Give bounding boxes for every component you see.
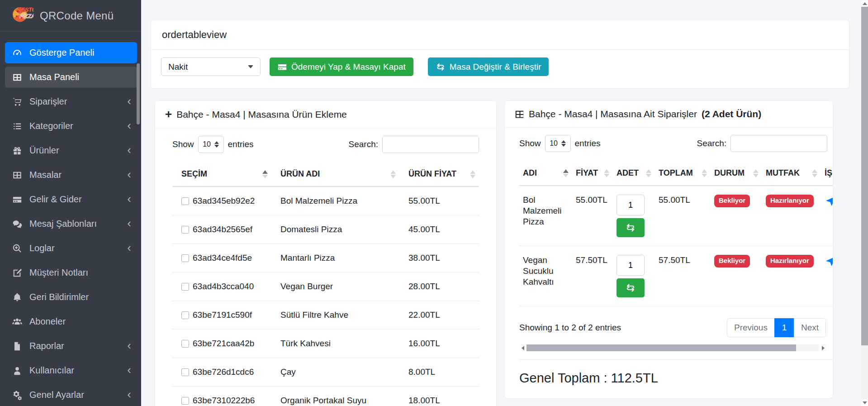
column-header-mutfak[interactable]: MUTFAK <box>762 161 821 186</box>
product-price: 18.00TL <box>399 387 479 406</box>
order-name: Vegan Sucuklu Kahvaltı <box>519 246 572 306</box>
sidebar-item-label: Kategoriler <box>29 121 73 131</box>
column-header-urun-fiyat[interactable]: ÜRÜN FİYAT <box>399 162 479 186</box>
column-header-toplam[interactable]: TOPLAM <box>655 161 711 186</box>
sidebar-item-kategoriler[interactable]: Kategoriler ‹ <box>5 115 137 137</box>
product-checkbox[interactable] <box>181 340 189 348</box>
column-header-urun-adi[interactable]: ÜRÜN ADI <box>271 162 399 186</box>
quantity-input[interactable] <box>617 255 645 276</box>
send-action-icon[interactable] <box>825 255 833 267</box>
product-checkbox[interactable] <box>181 397 189 405</box>
change-merge-table-button[interactable]: Masa Değiştir & Birleştir <box>428 57 549 76</box>
scroll-right-arrow-icon[interactable] <box>819 344 826 351</box>
sidebar-item-siparisler[interactable]: Siparişler ‹ <box>5 91 137 112</box>
scroll-down-arrow-icon[interactable] <box>861 399 868 406</box>
column-header-fiyat[interactable]: FİYAT <box>572 161 613 186</box>
left-search-input[interactable] <box>382 136 479 153</box>
sidebar-item-raporlar[interactable]: Raporlar ‹ <box>5 335 137 357</box>
gauge-icon <box>11 48 23 58</box>
sidebar-item-label: Geri Bildirimler <box>29 292 89 302</box>
update-quantity-button[interactable] <box>617 278 645 297</box>
product-checkbox[interactable] <box>181 368 189 376</box>
sidebar-item-masalar[interactable]: Masalar ‹ <box>5 164 137 186</box>
vertical-scrollbar[interactable] <box>861 0 868 406</box>
table-icon <box>11 72 23 82</box>
sort-icon <box>646 169 651 177</box>
sidebar-item-geri-bildirimler[interactable]: Geri Bildirimler <box>5 287 137 308</box>
quantity-input[interactable] <box>617 195 645 215</box>
column-header-adi[interactable]: ADI <box>519 161 572 186</box>
bell-icon <box>11 292 23 302</box>
pizza-logo: TESTO PIZZA <box>11 4 33 27</box>
column-header-secim[interactable]: SEÇİM <box>172 162 271 186</box>
column-header-adet[interactable]: ADET <box>613 161 655 186</box>
sidebar-item-label: Gösterge Paneli <box>29 48 94 58</box>
order-total: 57.50TL <box>655 246 711 306</box>
search-label: Search: <box>697 139 726 148</box>
scroll-left-arrow-icon[interactable] <box>519 344 526 351</box>
payment-method-select[interactable]: Nakit <box>161 57 261 76</box>
pay-close-table-button[interactable]: Ödemeyi Yap & Masayı Kapat <box>270 57 413 76</box>
sidebar-item-aboneler[interactable]: Aboneler <box>5 311 137 332</box>
sidebar-item-mesaj-sablonlari[interactable]: Mesaj Şablonları ‹ <box>5 213 137 234</box>
update-quantity-button[interactable] <box>617 218 645 237</box>
change-merge-table-label: Masa Değiştir & Birleştir <box>450 62 541 72</box>
gears-icon <box>11 390 23 400</box>
product-checkbox[interactable] <box>181 197 189 205</box>
sidebar-item-loglar[interactable]: Loglar ‹ <box>5 238 137 259</box>
sidebar-item-label: Siparişler <box>29 96 67 107</box>
table-icon <box>515 110 524 119</box>
products-table-header-row: SEÇİM ÜRÜN ADI ÜRÜN FİYAT <box>172 162 479 186</box>
pagination: Previous 1 Next <box>727 318 826 337</box>
scroll-up-arrow-icon[interactable] <box>861 0 868 7</box>
status-badge: Bekliyor <box>714 255 750 267</box>
sidebar-item-urunler[interactable]: Ürünler ‹ <box>5 140 137 161</box>
product-price: 38.00TL <box>399 244 479 272</box>
column-header-is[interactable]: İŞ <box>821 161 833 186</box>
chevron-down-icon <box>248 65 253 68</box>
product-id: 63be726d1cdc6 <box>193 367 254 377</box>
product-price: 55.00TL <box>399 186 479 215</box>
orders-table-clip: ADI FİYAT ADET TOPLAM DURUM MUTFAK İŞ <box>519 161 833 306</box>
product-checkbox[interactable] <box>181 311 189 319</box>
product-name: Sütlü Filtre Kahve <box>271 301 399 330</box>
sidebar-scrollbar-thumb[interactable] <box>137 63 140 124</box>
table-row: 63be7191c590f Sütlü Filtre Kahve 22.00TL <box>172 301 479 330</box>
brand-title: QRCode Menü <box>40 10 114 22</box>
pagination-previous[interactable]: Previous <box>727 318 775 337</box>
plus-icon: + <box>165 108 172 120</box>
sidebar-item-genel-ayarlar[interactable]: Genel Ayarlar ‹ <box>5 384 137 406</box>
pagination-page-1[interactable]: 1 <box>774 318 794 337</box>
sort-icon <box>563 169 569 177</box>
sidebar-item-gelir-gider[interactable]: Gelir & Gider ‹ <box>5 189 137 210</box>
right-search-input[interactable] <box>730 135 827 152</box>
comments-icon <box>11 219 23 229</box>
product-price: 8.00TL <box>399 358 479 387</box>
chevron-left-icon: ‹ <box>127 339 131 351</box>
chevron-left-icon: ‹ <box>127 388 131 400</box>
right-search: Search: <box>697 135 827 152</box>
product-checkbox[interactable] <box>181 226 189 234</box>
orders-table-header-row: ADI FİYAT ADET TOPLAM DURUM MUTFAK İŞ <box>519 161 833 186</box>
brand[interactable]: TESTO PIZZA QRCode Menü <box>0 0 141 32</box>
payment-method-value: Nakit <box>168 62 188 72</box>
right-page-length-select[interactable]: 10 <box>545 135 571 152</box>
sidebar-item-label: Gelir & Gider <box>29 194 82 205</box>
column-header-durum[interactable]: DURUM <box>711 161 762 186</box>
right-table-controls: Show 10 entries Search: <box>519 135 833 152</box>
left-page-length-select[interactable]: 10 <box>198 136 224 153</box>
product-checkbox[interactable] <box>181 254 189 262</box>
pagination-next[interactable]: Next <box>794 318 826 337</box>
sidebar-item-masa-paneli[interactable]: Masa Paneli <box>5 67 137 88</box>
sidebar-item-kullanicilar[interactable]: Kullanıcılar ‹ <box>5 360 137 381</box>
sidebar-item-musteri-notlari[interactable]: Müşteri Notları <box>5 262 137 283</box>
product-checkbox[interactable] <box>181 283 189 291</box>
search-label: Search: <box>349 139 378 149</box>
sidebar-item-gosterge-paneli[interactable]: Gösterge Paneli <box>5 42 137 63</box>
horizontal-scrollbar-thumb[interactable] <box>526 344 796 351</box>
add-product-panel-header: + Bahçe - Masa4 | Masasına Ürün Ekleme <box>155 101 496 129</box>
list-icon <box>11 121 23 131</box>
vertical-scrollbar-thumb[interactable] <box>861 7 868 345</box>
send-action-icon[interactable] <box>825 195 833 207</box>
horizontal-scrollbar[interactable] <box>519 344 826 351</box>
